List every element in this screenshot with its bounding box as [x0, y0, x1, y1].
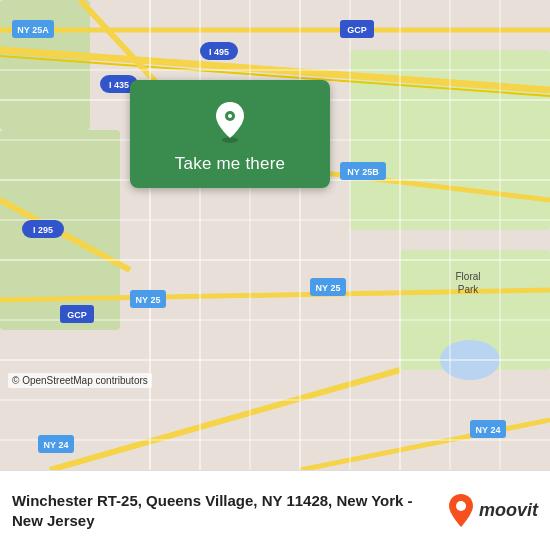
svg-text:Park: Park [458, 284, 480, 295]
moovit-pin-icon [447, 493, 475, 529]
take-me-there-button[interactable]: Take me there [175, 154, 285, 174]
location-pin-icon [212, 100, 248, 144]
svg-text:NY 25A: NY 25A [17, 25, 49, 35]
map-container: NY 25A I 495 I 435 GCP I 295 NY 25B GCP … [0, 0, 550, 470]
svg-text:I 435: I 435 [109, 80, 129, 90]
take-me-there-overlay[interactable]: Take me there [130, 80, 330, 188]
location-name: Winchester RT-25, Queens Village, NY 114… [12, 491, 447, 530]
bottom-bar: Winchester RT-25, Queens Village, NY 114… [0, 470, 550, 550]
svg-text:NY 24: NY 24 [44, 440, 69, 450]
svg-text:NY 25B: NY 25B [347, 167, 379, 177]
svg-point-60 [456, 501, 466, 511]
map-attribution: © OpenStreetMap contributors [8, 373, 152, 388]
location-info: Winchester RT-25, Queens Village, NY 114… [12, 491, 447, 530]
svg-point-59 [228, 114, 232, 118]
svg-text:I 295: I 295 [33, 225, 53, 235]
svg-text:Floral: Floral [455, 271, 480, 282]
svg-text:GCP: GCP [67, 310, 87, 320]
svg-text:NY 25: NY 25 [316, 283, 341, 293]
moovit-logo-text: moovit [479, 500, 538, 521]
svg-text:GCP: GCP [347, 25, 367, 35]
svg-rect-2 [0, 0, 90, 130]
svg-text:I 495: I 495 [209, 47, 229, 57]
moovit-logo: moovit [447, 493, 538, 529]
svg-text:NY 25: NY 25 [136, 295, 161, 305]
svg-text:NY 24: NY 24 [476, 425, 501, 435]
